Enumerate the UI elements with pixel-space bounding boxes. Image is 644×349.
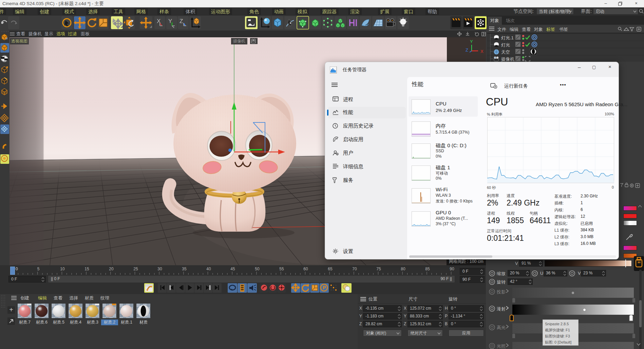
svg-text:X: X (480, 49, 484, 54)
svg-text:Z: Z (466, 47, 468, 53)
svg-text:P: P (323, 285, 326, 290)
svg-text:Y: Y (168, 18, 172, 24)
svg-text:Y: Y (470, 39, 473, 44)
svg-text:Z: Z (179, 18, 183, 24)
